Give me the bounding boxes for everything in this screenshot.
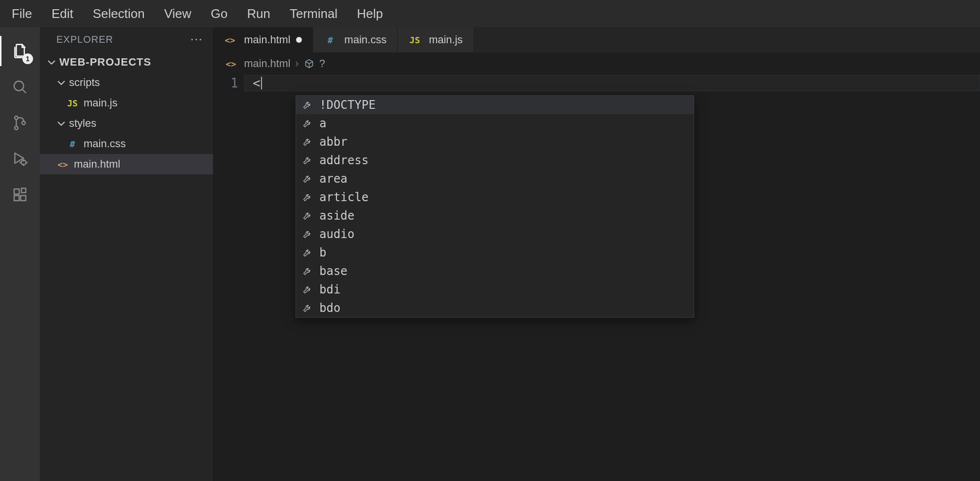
suggest-label: address — [319, 154, 368, 167]
menu-item-view[interactable]: View — [156, 3, 200, 24]
suggest-label: base — [319, 264, 348, 278]
js-file-icon: JS — [66, 98, 79, 108]
breadcrumb[interactable]: <> main.html › ? — [213, 52, 980, 75]
svg-rect-7 — [21, 196, 26, 201]
tree-label: main.js — [84, 97, 118, 109]
wrench-icon — [302, 229, 313, 240]
menu-item-go[interactable]: Go — [202, 3, 237, 24]
activity-explorer[interactable]: 1 — [8, 39, 32, 63]
menu-item-edit[interactable]: Edit — [43, 3, 82, 24]
wrench-icon — [302, 155, 313, 166]
wrench-icon — [302, 100, 313, 110]
editor-tab-main-html[interactable]: <>main.html — [213, 27, 313, 52]
explorer-title: EXPLORER — [56, 34, 113, 45]
suggest-label: bdo — [319, 301, 340, 315]
editor-tab-main-js[interactable]: JSmain.js — [398, 27, 474, 52]
html-file-icon: <> — [56, 159, 69, 170]
menu-item-file[interactable]: File — [3, 3, 41, 24]
wrench-icon — [302, 137, 313, 147]
wrench-icon — [302, 192, 313, 203]
workbench: 1 EXPLORER — [0, 27, 980, 481]
tree-label: styles — [69, 117, 96, 130]
caret — [261, 77, 262, 89]
tree-file-main-html[interactable]: <>main.html — [40, 154, 213, 174]
text-editor[interactable]: 1 < !DOCTYPEaabbraddressareaarticleaside… — [213, 75, 980, 481]
explorer-badge: 1 — [22, 53, 33, 64]
wrench-icon — [302, 247, 313, 258]
explorer-more-actions[interactable]: ··· — [191, 34, 203, 45]
suggest-item[interactable]: address — [296, 151, 694, 170]
html-file-icon: <> — [225, 59, 237, 69]
tree-folder-scripts[interactable]: scripts — [40, 72, 213, 93]
suggest-item[interactable]: bdo — [296, 299, 694, 317]
html-file-icon: <> — [224, 35, 236, 45]
tree-folder-styles[interactable]: styles — [40, 113, 213, 134]
activity-run-debug[interactable] — [8, 147, 32, 171]
suggest-item[interactable]: audio — [296, 225, 694, 243]
code-line[interactable]: < — [244, 75, 980, 91]
menu-item-terminal[interactable]: Terminal — [281, 3, 346, 24]
activity-source-control[interactable] — [8, 111, 32, 135]
svg-rect-6 — [14, 196, 19, 201]
suggest-label: bdi — [319, 283, 340, 296]
suggest-label: b — [319, 246, 326, 259]
wrench-icon — [302, 210, 313, 221]
suggest-item[interactable]: article — [296, 188, 694, 206]
svg-rect-8 — [21, 189, 26, 193]
explorer-panel: EXPLORER ··· WEB-PROJECTS scriptsJSmain.… — [40, 27, 213, 481]
chevron-down-icon — [56, 119, 66, 128]
svg-rect-5 — [14, 189, 19, 194]
js-file-icon: JS — [408, 35, 421, 45]
suggest-item[interactable]: aside — [296, 206, 694, 225]
line-gutter: 1 — [213, 75, 244, 481]
suggest-item[interactable]: !DOCTYPE — [296, 96, 694, 114]
breadcrumb-separator: › — [295, 57, 298, 70]
debug-icon — [11, 150, 29, 168]
suggest-label: aside — [319, 209, 354, 223]
suggest-label: !DOCTYPE — [319, 98, 376, 112]
css-file-icon: # — [66, 139, 79, 149]
menu-item-selection[interactable]: Selection — [84, 3, 154, 24]
menu-item-help[interactable]: Help — [348, 3, 391, 24]
suggest-item[interactable]: a — [296, 114, 694, 133]
tree-label: main.css — [84, 137, 126, 150]
suggest-label: article — [319, 190, 368, 204]
menu-item-run[interactable]: Run — [238, 3, 279, 24]
source-control-icon — [11, 114, 29, 132]
suggest-label: area — [319, 172, 348, 186]
activity-search[interactable] — [8, 75, 32, 99]
tree-file-main-js[interactable]: JSmain.js — [40, 93, 213, 113]
suggest-item[interactable]: b — [296, 243, 694, 262]
editor-tab-bar: <>main.html#main.cssJSmain.js — [213, 27, 980, 52]
tab-label: main.html — [244, 34, 290, 46]
activity-bar: 1 — [0, 27, 40, 481]
suggest-label: audio — [319, 227, 354, 241]
suggest-widget[interactable]: !DOCTYPEaabbraddressareaarticleasideaudi… — [296, 95, 694, 318]
explorer-header: EXPLORER ··· — [40, 27, 213, 50]
file-tree: WEB-PROJECTS scriptsJSmain.jsstyles#main… — [40, 50, 213, 174]
suggest-item[interactable]: area — [296, 170, 694, 188]
symbol-icon — [304, 58, 315, 69]
css-file-icon: # — [324, 35, 336, 45]
suggest-item[interactable]: bdi — [296, 280, 694, 299]
editor-area: <>main.html#main.cssJSmain.js <> main.ht… — [213, 27, 980, 481]
tab-label: main.css — [344, 34, 386, 46]
suggest-label: a — [319, 117, 326, 130]
suggest-item[interactable]: abbr — [296, 133, 694, 151]
breadcrumb-file: main.html — [244, 57, 290, 70]
tree-project-label: WEB-PROJECTS — [59, 56, 151, 69]
search-icon — [11, 78, 29, 96]
tree-file-main-css[interactable]: #main.css — [40, 134, 213, 154]
tab-label: main.js — [429, 34, 463, 46]
tree-label: main.html — [74, 158, 120, 171]
breadcrumb-symbol: ? — [319, 57, 325, 70]
tree-project-root[interactable]: WEB-PROJECTS — [40, 52, 213, 72]
activity-extensions[interactable] — [8, 183, 32, 207]
wrench-icon — [302, 303, 313, 313]
suggest-label: abbr — [319, 135, 348, 149]
suggest-item[interactable]: base — [296, 262, 694, 280]
code-text: < — [253, 76, 261, 90]
editor-tab-main-css[interactable]: #main.css — [313, 27, 398, 52]
chevron-down-icon — [47, 57, 56, 67]
wrench-icon — [302, 266, 313, 276]
